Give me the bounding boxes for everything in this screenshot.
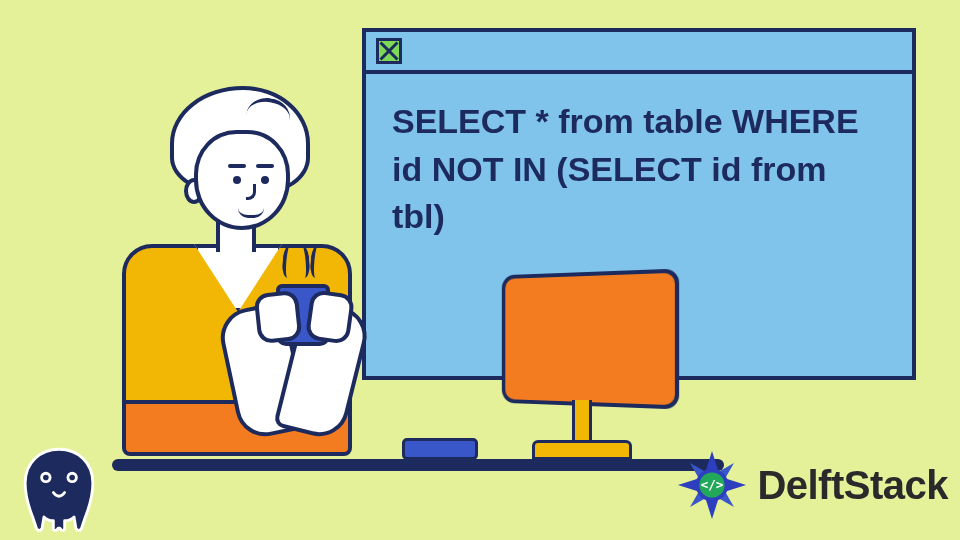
eyebrow-left: [228, 164, 246, 168]
nose: [246, 184, 256, 200]
keyboard: [402, 438, 478, 460]
eye-left: [233, 176, 241, 184]
window-titlebar: [366, 32, 912, 74]
monitor-base: [532, 440, 632, 460]
eye-right: [261, 176, 269, 184]
hand-left: [254, 290, 303, 344]
delftstack-mark-icon: </>: [675, 448, 749, 522]
monitor-neck: [572, 400, 592, 444]
sql-query-text: SELECT * from table WHERE id NOT IN (SEL…: [366, 74, 912, 265]
close-icon[interactable]: [376, 38, 402, 64]
desk-surface: [112, 459, 724, 471]
person-face: [194, 130, 290, 230]
monitor: [494, 272, 678, 472]
eyebrow-right: [256, 164, 274, 168]
hand-right: [305, 289, 356, 345]
postgresql-elephant-icon: [12, 438, 106, 532]
svg-text:</>: </>: [701, 477, 724, 492]
delftstack-brand: </> DelftStack: [675, 448, 948, 522]
mouth: [238, 208, 264, 218]
delftstack-wordmark: DelftStack: [757, 463, 948, 508]
mug-steam: [280, 244, 330, 284]
person-illustration: [112, 86, 422, 466]
monitor-screen: [502, 268, 679, 409]
svg-point-3: [69, 475, 75, 481]
svg-point-1: [43, 475, 49, 481]
